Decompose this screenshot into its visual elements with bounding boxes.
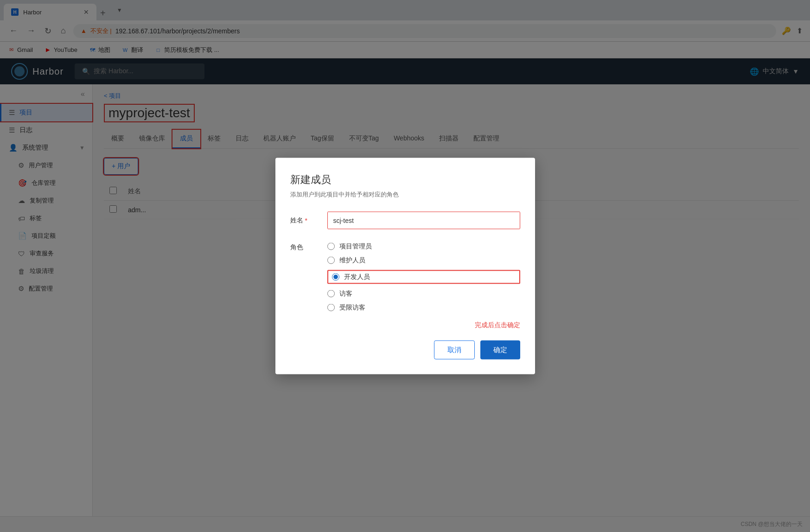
role-guest[interactable]: 访客 [327,290,520,298]
complete-hint: 完成后点击确定 [327,321,520,329]
role-developer[interactable]: 开发人员 [327,270,520,284]
modal-actions: 取消 确定 [290,341,520,360]
modal-subtitle: 添加用户到此项目中并给予相对应的角色 [290,190,520,199]
role-label: 角色 [290,239,327,252]
role-radio-group: 项目管理员 维护人员 开发人员 访客 受限访客 [327,239,520,312]
name-label: 姓名 * [290,212,327,225]
role-form-row: 角色 项目管理员 维护人员 开发人员 访客 [290,239,520,329]
role-developer-label: 开发人员 [344,273,370,281]
name-field-wrap [327,212,520,229]
role-guest-label: 访客 [339,290,352,298]
role-project-admin[interactable]: 项目管理员 [327,242,520,251]
role-guest-radio[interactable] [327,290,335,298]
role-field-wrap: 项目管理员 维护人员 开发人员 访客 受限访客 [327,239,520,329]
role-project-admin-radio[interactable] [327,243,335,250]
modal-title: 新建成员 [290,173,520,187]
required-indicator: * [305,217,307,224]
role-project-admin-label: 项目管理员 [339,242,372,251]
new-member-modal: 新建成员 添加用户到此项目中并给予相对应的角色 姓名 * 角色 项目管理员 维护… [275,158,535,374]
role-developer-radio[interactable] [332,273,339,281]
confirm-button[interactable]: 确定 [480,341,520,360]
name-form-row: 姓名 * [290,212,520,229]
role-maintainer[interactable]: 维护人员 [327,256,520,265]
role-limited-guest-label: 受限访客 [339,304,365,312]
role-limited-guest[interactable]: 受限访客 [327,304,520,312]
role-maintainer-label: 维护人员 [339,256,365,265]
role-limited-guest-radio[interactable] [327,304,335,311]
cancel-button[interactable]: 取消 [434,341,475,360]
role-maintainer-radio[interactable] [327,257,335,264]
name-input[interactable] [327,212,520,229]
